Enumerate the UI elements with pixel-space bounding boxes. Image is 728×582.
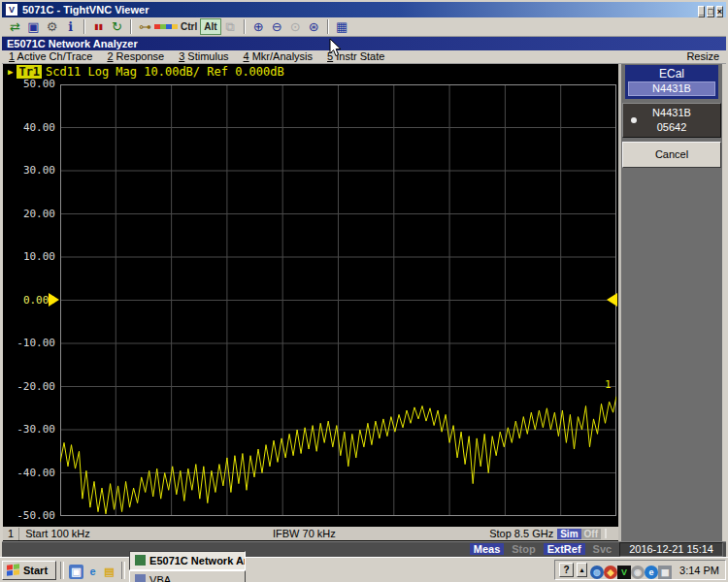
zoom-out-icon[interactable]: ⊖: [268, 18, 286, 35]
window-controls: _□×: [696, 1, 723, 18]
resize-button[interactable]: Resize: [686, 50, 719, 63]
tightvnc-icon: V: [5, 3, 18, 16]
mouse-cursor: [329, 38, 342, 57]
windows-key-icon[interactable]: [154, 18, 178, 35]
y-tick-label: 10.00: [5, 251, 55, 263]
channel-bar-right: Stop 8.5 GHz SimOff: [489, 528, 619, 540]
trace-name-chip[interactable]: Tr1: [17, 65, 42, 79]
close-button[interactable]: ×: [716, 6, 723, 17]
analyzer-screen: ▶ Tr1 Scd11 Log Mag 10.00dB/ Ref 0.000dB…: [3, 64, 621, 541]
trace-pointer-icon: ▶: [8, 67, 13, 77]
internet-explorer-icon[interactable]: e: [85, 564, 100, 578]
vnc-tray-icon[interactable]: V: [617, 566, 631, 579]
y-tick-label: -10.00: [5, 338, 55, 349]
y-tick-label: 50.00: [5, 79, 55, 90]
network-tray-icon[interactable]: ◍: [590, 566, 604, 579]
menu-item[interactable]: 2 Response: [107, 50, 164, 62]
sim-badge: Sim: [557, 529, 580, 539]
y-tick-label: -50.00: [5, 510, 55, 522]
show-desktop-icon[interactable]: ▣: [69, 565, 83, 579]
status-badges: MeasStopExtRefSvc: [470, 543, 619, 556]
system-tray: ? ▴ ◍◆V◉e▦ 3:14 PM: [554, 560, 726, 580]
menu-item[interactable]: 1 Active Ch/Trace: [9, 50, 92, 62]
internet-tray-icon[interactable]: e: [645, 566, 658, 579]
softkey-menu-header: ECal N4431B: [625, 65, 718, 99]
taskbar-clock: 3:14 PM: [679, 565, 719, 576]
instrument-status-bar: MeasStopExtRefSvc 2016-12-21 15:14: [2, 541, 726, 557]
trace-status-line[interactable]: ▶ Tr1 Scd11 Log Mag 10.00dB/ Ref 0.000dB: [8, 65, 284, 79]
connection-options-icon[interactable]: ⚙: [43, 18, 61, 35]
start-button[interactable]: Start: [2, 561, 56, 580]
file-transfer-icon[interactable]: ⧉: [221, 18, 240, 35]
channel-status-bar: 1 Start 100 kHz IFBW 70 kHz Stop 8.5 GHz…: [3, 527, 619, 540]
analyzer-menubar: 1 Active Ch/Trace2 Response3 Stimulus4 M…: [2, 50, 726, 64]
off-badge: Off: [581, 529, 601, 539]
start-label: Start: [23, 565, 48, 576]
refresh-icon[interactable]: ↻: [108, 18, 126, 35]
quick-launch: ▣e▤: [68, 562, 117, 579]
security-tray-icon[interactable]: ◆: [604, 566, 617, 579]
toolbar-separator: [327, 19, 329, 34]
extref-badge: ExtRef: [544, 543, 585, 555]
alt-toggle-button[interactable]: Alt: [200, 18, 220, 35]
channel-badges: SimOff: [557, 528, 601, 540]
task-icon: [135, 555, 146, 566]
start-frequency-label: Start 100 kHz: [25, 528, 90, 540]
svc-badge: Svc: [589, 543, 616, 555]
maximize-button[interactable]: □: [707, 6, 713, 17]
fullscreen-icon[interactable]: ▦: [333, 18, 351, 35]
taskbar-divider: [121, 562, 125, 579]
toolbar-separator: [130, 19, 132, 34]
save-session-icon[interactable]: ▣: [24, 18, 43, 35]
stop-frequency-label: Stop 8.5 GHz: [489, 528, 553, 540]
ref-level-marker-left-icon: [49, 293, 59, 307]
help-tray-button[interactable]: ?: [559, 563, 574, 577]
menu-item[interactable]: 4 Mkr/Analysis: [244, 50, 314, 62]
minimize-button[interactable]: _: [698, 6, 705, 17]
display-tray-icon[interactable]: ▦: [658, 566, 672, 579]
toolbar-separator: [244, 19, 246, 34]
ctrl-toggle-button[interactable]: Ctrl: [178, 18, 200, 35]
softkey-cancel[interactable]: Cancel: [622, 142, 721, 168]
connection-info-icon[interactable]: ℹ: [61, 18, 80, 35]
taskbar-task-button[interactable]: E5071C Network Anal...: [129, 551, 246, 570]
windows-taskbar: Start ▣e▤ E5071C Network Anal...VBA ? ▴ …: [0, 557, 728, 582]
radio-dot-icon: [631, 117, 637, 123]
channel-number: 1: [3, 528, 19, 540]
y-tick-label: 30.00: [5, 165, 55, 177]
task-buttons: E5071C Network Anal...VBA: [129, 551, 248, 582]
instrument-clock: 2016-12-21 15:14: [619, 542, 723, 557]
y-tick-label: -20.00: [5, 381, 55, 393]
softkey-buttons: N4431B05642Cancel: [621, 103, 722, 168]
taskbar-divider: [60, 562, 64, 579]
task-icon: [135, 574, 146, 582]
trace-format-text: Scd11 Log Mag 10.00dB/ Ref 0.000dB: [46, 65, 284, 79]
graph-plot-area: [60, 84, 616, 516]
softkey-n4431b-05642[interactable]: N4431B05642: [622, 103, 721, 138]
folder-icon[interactable]: ▤: [102, 565, 116, 579]
new-connection-icon[interactable]: ⇄: [6, 18, 24, 35]
zoom-auto-icon[interactable]: ⊛: [305, 18, 323, 35]
y-tick-label: 40.00: [5, 122, 55, 134]
analyzer-title: E5071C Network Analyzer: [7, 38, 138, 49]
ctrl-alt-del-icon[interactable]: ⊶: [136, 18, 154, 35]
menu-item[interactable]: 3 Stimulus: [179, 50, 228, 62]
hidden-icons-button[interactable]: ▴: [577, 563, 587, 577]
pause-icon[interactable]: ▮▮: [89, 18, 108, 35]
volume-tray-icon[interactable]: ◉: [631, 566, 645, 579]
softkey-menu-title: ECal: [628, 67, 715, 81]
y-tick-label: -40.00: [5, 468, 55, 479]
vnc-toolbar: ⇄▣⚙ℹ▮▮↻⊶CtrlAlt⧉⊕⊖⊙⊛▦: [2, 17, 726, 37]
taskbar-task-button[interactable]: VBA: [129, 570, 246, 582]
channel-bar-tick: [605, 529, 607, 538]
softkey-menu-value: N4431B: [628, 81, 715, 96]
zoom-in-icon[interactable]: ⊕: [249, 18, 268, 35]
analyzer-titlebar: E5071C Network Analyzer: [2, 37, 726, 50]
y-tick-label: -30.00: [5, 424, 55, 436]
trace-end-marker: 1: [605, 378, 612, 391]
windows-logo-icon: [7, 564, 19, 575]
meas-badge: Meas: [470, 543, 505, 555]
zoom-100-icon[interactable]: ⊙: [286, 18, 305, 35]
toolbar-separator: [83, 19, 85, 34]
softkey-panel: ECal N4431B N4431B05642Cancel: [621, 64, 725, 541]
